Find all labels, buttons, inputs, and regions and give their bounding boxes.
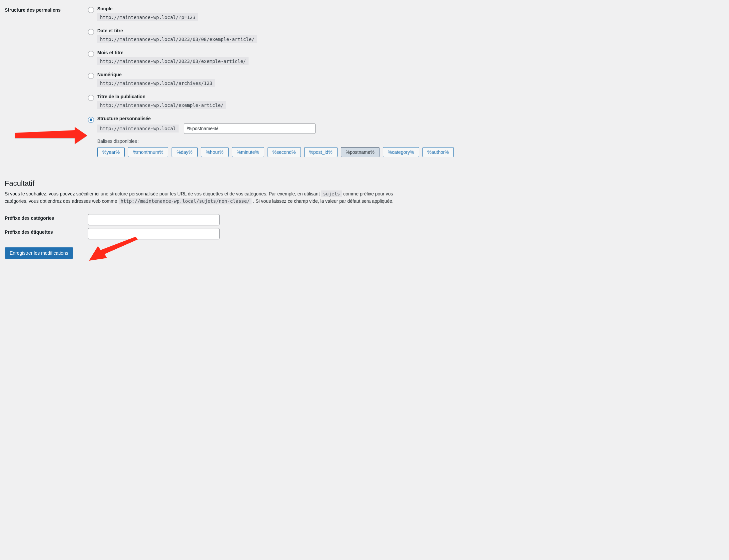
tag-post-id[interactable]: %post_id% <box>304 147 337 157</box>
tag-prefix-label: Préfixe des étiquettes <box>5 227 88 241</box>
example-simple: http://maintenance-wp.local/?p=123 <box>97 13 198 21</box>
tag-minute[interactable]: %minute% <box>232 147 264 157</box>
tag-author[interactable]: %author% <box>423 147 454 157</box>
tag-prefix-input[interactable] <box>88 228 219 239</box>
tag-year[interactable]: %year% <box>97 147 125 157</box>
tag-category[interactable]: %category% <box>383 147 419 157</box>
example-post-title: http://maintenance-wp.local/exemple-arti… <box>97 101 226 109</box>
custom-structure-input[interactable] <box>184 123 315 134</box>
label-month-title: Mois et titre <box>97 50 724 55</box>
radio-custom[interactable] <box>88 117 94 123</box>
tag-second[interactable]: %second% <box>267 147 301 157</box>
category-prefix-label: Préfixe des catégories <box>5 213 88 227</box>
tag-monthnum[interactable]: %monthnum% <box>128 147 168 157</box>
example-date-title: http://maintenance-wp.local/2023/03/08/e… <box>97 35 257 43</box>
sample-url-code: http://maintenance-wp.local/sujets/non-c… <box>119 198 252 204</box>
tag-hour[interactable]: %hour% <box>201 147 228 157</box>
save-button[interactable]: Enregistrer les modifications <box>5 247 73 259</box>
optional-desc-part3: . Si vous laissez ce champ vide, la vale… <box>253 198 394 204</box>
optional-heading: Facultatif <box>5 179 724 188</box>
radio-month-title[interactable] <box>88 51 94 57</box>
radio-numeric[interactable] <box>88 73 94 79</box>
category-prefix-input[interactable] <box>88 214 219 225</box>
available-tags-label: Balises disponibles : <box>97 139 724 144</box>
label-simple: Simple <box>97 6 724 11</box>
label-post-title: Titre de la publication <box>97 94 724 99</box>
label-numeric: Numérique <box>97 72 724 77</box>
label-custom: Structure personnalisée <box>97 116 724 121</box>
example-month-title: http://maintenance-wp.local/2023/03/exem… <box>97 57 248 65</box>
sample-prefix-code: sujets <box>321 190 342 197</box>
example-numeric: http://maintenance-wp.local/archives/123 <box>97 79 215 87</box>
label-date-title: Date et titre <box>97 28 724 33</box>
optional-description: Si vous le souhaitez, vous pouvez spécif… <box>5 190 411 205</box>
radio-date-title[interactable] <box>88 29 94 35</box>
radio-simple[interactable] <box>88 7 94 13</box>
tag-postname[interactable]: %postname% <box>341 147 380 157</box>
optional-desc-part1: Si vous le souhaitez, vous pouvez spécif… <box>5 191 321 196</box>
custom-base-url: http://maintenance-wp.local <box>97 125 179 133</box>
radio-post-title[interactable] <box>88 95 94 101</box>
permalink-structure-heading: Structure des permaliens <box>5 5 88 165</box>
tag-day[interactable]: %day% <box>172 147 197 157</box>
